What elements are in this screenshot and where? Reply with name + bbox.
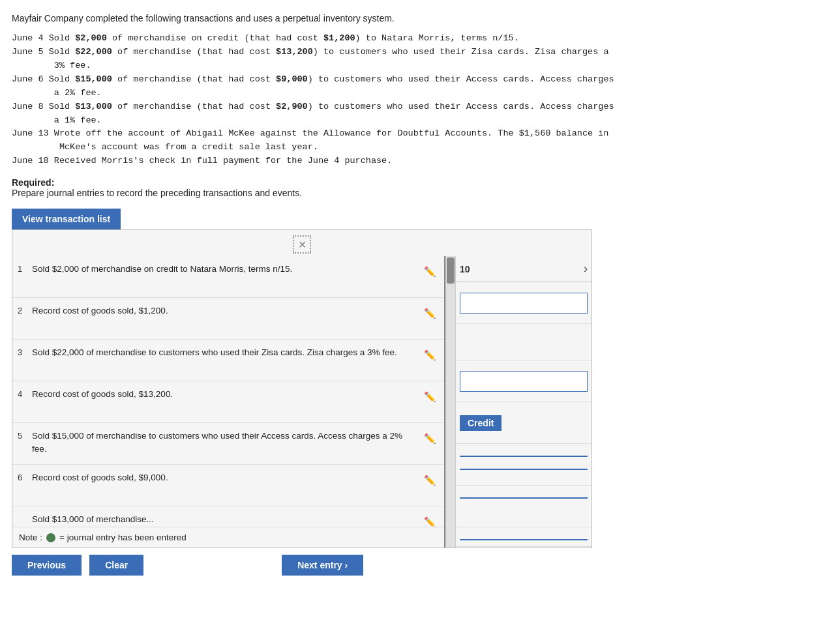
row-desc-1: Sold $2,000 of merchandise on credit to … (32, 263, 422, 276)
intro-text: Mayfair Company completed the following … (12, 12, 807, 25)
row-desc-3: Sold $22,000 of merchandise to customers… (32, 346, 422, 359)
row-desc-5: Sold $15,000 of merchandise to customers… (32, 430, 422, 455)
page-wrapper: Mayfair Company completed the following … (12, 12, 807, 576)
journal-row-5: 5 Sold $15,000 of merchandise to custome… (12, 423, 444, 465)
cells-area: 10 › Credit (456, 256, 591, 548)
row-number-4: 4 (18, 388, 32, 399)
required-section: Required: Prepare journal entries to rec… (12, 177, 807, 198)
edit-icon-2[interactable]: ✏️ (422, 306, 438, 321)
cell-row-2 (456, 324, 591, 360)
cell-row-3 (456, 360, 591, 402)
edit-icon-3[interactable]: ✏️ (422, 347, 438, 363)
cell-row-7-partial (456, 527, 591, 547)
right-column: 10 › Credit (445, 256, 591, 548)
close-icon[interactable]: ✕ (293, 235, 311, 254)
transaction-item-1: June 4 Sold $2,000 of merchandise on cre… (12, 32, 807, 46)
journal-row-6: 6 Record cost of goods sold, $9,000. ✏️ (12, 465, 444, 506)
transaction-item-5: June 13 Wrote off the account of Abigail… (12, 127, 807, 141)
note-row: Note : = journal entry has been entered (12, 527, 444, 548)
credit-label: Credit (460, 415, 501, 431)
row-number-3: 3 (18, 346, 32, 357)
edit-icon-1[interactable]: ✏️ (422, 264, 438, 280)
cell-row-5 (456, 444, 591, 486)
scrollbar-thumb (447, 257, 455, 284)
previous-button[interactable]: Previous (12, 555, 82, 576)
clear-button[interactable]: Clear (89, 555, 143, 576)
row-desc-4: Record cost of goods sold, $13,200. (32, 388, 422, 401)
journal-left-column: 1 Sold $2,000 of merchandise on credit t… (12, 256, 445, 548)
row-desc-7: Sold $13,000 of merchandise... (32, 513, 422, 526)
row-number-5: 5 (18, 430, 32, 441)
next-entry-button[interactable]: Next entry › (282, 555, 363, 576)
edit-icon-4[interactable]: ✏️ (422, 389, 438, 405)
journal-body: 1 Sold $2,000 of merchandise on credit t… (12, 256, 591, 548)
journal-row-3: 3 Sold $22,000 of merchandise to custome… (12, 340, 444, 381)
chevron-right-icon[interactable]: › (584, 262, 588, 276)
transaction-item-3: June 6 Sold $15,000 of merchandise (that… (12, 73, 807, 87)
required-label: Required: (12, 177, 807, 188)
transaction-item-4: June 8 Sold $13,000 of merchandise (that… (12, 100, 807, 114)
transaction-item-6: June 18 Received Morris's check in full … (12, 154, 807, 168)
transaction-list: June 4 Sold $2,000 of merchandise on cre… (12, 32, 807, 168)
row-desc-6: Record cost of goods sold, $9,000. (32, 471, 422, 484)
note-label: Note : (19, 533, 42, 542)
journal-row-7-partial: Sold $13,000 of merchandise... ✏️ (12, 506, 444, 527)
credit-input-1[interactable] (460, 293, 588, 314)
row-number-1: 1 (18, 263, 32, 274)
transaction-item-3b: a 2% fee. (12, 87, 807, 100)
credit-input-3[interactable] (460, 371, 588, 392)
transaction-item-2b: 3% fee. (12, 59, 807, 73)
journal-row-1: 1 Sold $2,000 of merchandise on credit t… (12, 256, 444, 298)
bottom-buttons: Previous Clear Next entry › (12, 555, 807, 576)
page-number: 10 (460, 264, 470, 274)
edit-icon-5[interactable]: ✏️ (422, 431, 438, 446)
journal-row-2: 2 Record cost of goods sold, $1,200. ✏️ (12, 298, 444, 340)
row-number-6: 6 (18, 471, 32, 482)
cell-row-4: Credit (456, 402, 591, 444)
right-panel-header: 10 › (456, 256, 591, 282)
journal-container: ✕ 1 Sold $2,000 of merchandise on credit… (12, 229, 592, 548)
required-desc: Prepare journal entries to record the pr… (12, 188, 807, 198)
note-dot-icon (46, 533, 55, 542)
view-transaction-list-button[interactable]: View transaction list (12, 209, 121, 229)
scrollbar[interactable] (445, 256, 456, 548)
journal-row-4: 4 Record cost of goods sold, $13,200. ✏️ (12, 381, 444, 423)
edit-icon-6[interactable]: ✏️ (422, 473, 438, 488)
row-desc-2: Record cost of goods sold, $1,200. (32, 304, 422, 317)
cell-row-1 (456, 282, 591, 324)
note-desc: = journal entry has been entered (59, 533, 187, 542)
cell-row-6 (456, 486, 591, 527)
edit-icon-7[interactable]: ✏️ (422, 514, 438, 527)
transaction-item-5b: McKee's account was from a credit sale l… (12, 141, 807, 154)
row-number-2: 2 (18, 304, 32, 315)
transaction-item-2: June 5 Sold $22,000 of merchandise (that… (12, 46, 807, 59)
row-number-7 (18, 513, 32, 514)
transaction-item-4b: a 1% fee. (12, 114, 807, 128)
